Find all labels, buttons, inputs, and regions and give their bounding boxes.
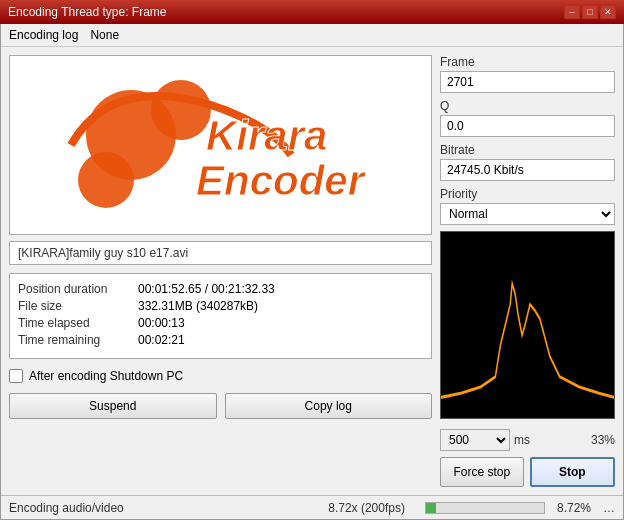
logo-svg: Kirara Encoder Kirara Encoder [51, 65, 391, 225]
priority-select[interactable]: Normal Idle Below Normal Above Normal Hi… [440, 203, 615, 225]
status-percent: 8.72% [557, 501, 591, 515]
right-bottom-buttons: Force stop Stop [440, 457, 615, 487]
priority-label: Priority [440, 187, 615, 201]
content-area: Kirara Encoder Kirara Encoder [KIRARA]fa… [1, 47, 623, 495]
svg-text:Kirara: Kirara [206, 112, 327, 159]
time-remaining-value: 00:02:21 [138, 333, 185, 347]
right-panel: Frame 2701 Q 0.0 Bitrate 24745.0 Kbit/s … [440, 55, 615, 487]
graph-area [440, 231, 615, 419]
graph-controls: 500 1000 2000 ms 33% [440, 429, 615, 451]
bottom-buttons: Suspend Copy log [9, 393, 432, 419]
shutdown-label: After encoding Shutdown PC [29, 369, 183, 383]
file-size-value: 332.31MB (340287kB) [138, 299, 258, 313]
close-button[interactable]: ✕ [600, 5, 616, 19]
maximize-button[interactable]: □ [582, 5, 598, 19]
filename-area: [KIRARA]family guy s10 e17.avi [9, 241, 432, 265]
time-elapsed-label: Time elapsed [18, 316, 138, 330]
minimize-button[interactable]: – [564, 5, 580, 19]
status-dots: … [603, 501, 615, 515]
priority-field: Priority Normal Idle Below Normal Above … [440, 187, 615, 225]
stop-button[interactable]: Stop [530, 457, 616, 487]
menu-bar: Encoding log None [1, 24, 623, 47]
graph-ms-select[interactable]: 500 1000 2000 [440, 429, 510, 451]
svg-point-1 [151, 80, 211, 140]
q-value: 0.0 [440, 115, 615, 137]
title-controls: – □ ✕ [564, 5, 616, 19]
q-label: Q [440, 99, 615, 113]
graph-ms-label: ms [514, 433, 530, 447]
status-text: Encoding audio/video [9, 501, 149, 515]
suspend-button[interactable]: Suspend [9, 393, 217, 419]
time-elapsed-value: 00:00:13 [138, 316, 185, 330]
title-bar: Encoding Thread type: Frame – □ ✕ [0, 0, 624, 24]
file-size-row: File size 332.31MB (340287kB) [18, 299, 423, 313]
svg-point-2 [78, 152, 134, 208]
frame-value: 2701 [440, 71, 615, 93]
shutdown-checkbox-area[interactable]: After encoding Shutdown PC [9, 367, 432, 385]
svg-text:Encoder: Encoder [196, 157, 367, 204]
frame-label: Frame [440, 55, 615, 69]
main-window: Encoding log None Kirara Encoder K [0, 24, 624, 520]
stats-area: Position duration 00:01:52.65 / 00:21:32… [9, 273, 432, 359]
left-panel: Kirara Encoder Kirara Encoder [KIRARA]fa… [9, 55, 432, 487]
shutdown-checkbox[interactable] [9, 369, 23, 383]
time-remaining-row: Time remaining 00:02:21 [18, 333, 423, 347]
copy-log-button[interactable]: Copy log [225, 393, 433, 419]
bitrate-value: 24745.0 Kbit/s [440, 159, 615, 181]
logo-area: Kirara Encoder Kirara Encoder [9, 55, 432, 235]
bitrate-label: Bitrate [440, 143, 615, 157]
menu-none[interactable]: None [90, 28, 119, 42]
position-duration-value: 00:01:52.65 / 00:21:32.33 [138, 282, 275, 296]
time-elapsed-row: Time elapsed 00:00:13 [18, 316, 423, 330]
progress-bar-container [425, 502, 545, 514]
frame-field: Frame 2701 [440, 55, 615, 93]
status-fps: 8.72x (200fps) [328, 501, 405, 515]
graph-percent: 33% [591, 433, 615, 447]
status-bar: Encoding audio/video 8.72x (200fps) 8.72… [1, 495, 623, 519]
graph-svg [441, 232, 614, 418]
force-stop-button[interactable]: Force stop [440, 457, 524, 487]
window-title: Encoding Thread type: Frame [8, 5, 167, 19]
q-field: Q 0.0 [440, 99, 615, 137]
position-duration-row: Position duration 00:01:52.65 / 00:21:32… [18, 282, 423, 296]
time-remaining-label: Time remaining [18, 333, 138, 347]
filename-text: [KIRARA]family guy s10 e17.avi [18, 246, 188, 260]
progress-bar-fill [426, 503, 436, 513]
file-size-label: File size [18, 299, 138, 313]
bitrate-field: Bitrate 24745.0 Kbit/s [440, 143, 615, 181]
position-duration-label: Position duration [18, 282, 138, 296]
menu-encoding-log[interactable]: Encoding log [9, 28, 78, 42]
